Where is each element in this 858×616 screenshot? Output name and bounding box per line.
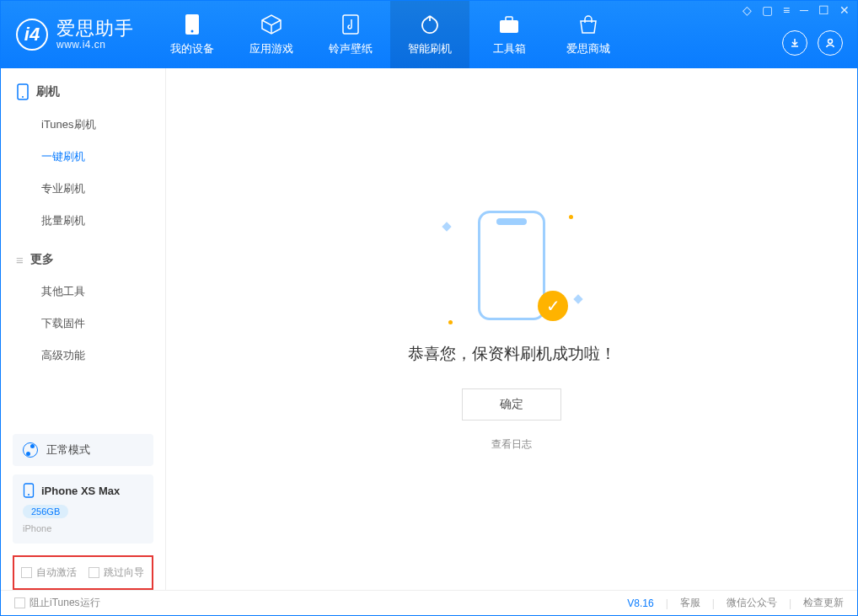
label: 跳过向导 <box>104 565 144 580</box>
device-capacity: 256GB <box>23 505 68 518</box>
device-type: iPhone <box>23 523 143 533</box>
sidebar-item-oneclick-flash[interactable]: 一键刷机 <box>1 141 165 173</box>
svg-rect-2 <box>343 15 358 34</box>
success-illustration: ✓ <box>457 206 566 324</box>
sidebar-item-itunes-flash[interactable]: iTunes刷机 <box>1 109 165 141</box>
nav-label: 我的设备 <box>170 41 214 56</box>
statusbar-right: V8.16 | 客服 | 微信公众号 | 检查更新 <box>627 596 844 610</box>
toolbox-icon <box>497 13 521 36</box>
maximize-icon[interactable]: ☐ <box>818 3 829 17</box>
device-mode-card[interactable]: 正常模式 <box>13 434 153 466</box>
mode-icon <box>23 442 38 458</box>
main-content: ✓ 恭喜您，保资料刷机成功啦！ 确定 查看日志 <box>166 68 857 590</box>
feedback-icon[interactable]: ▢ <box>762 3 773 17</box>
highlighted-options-row: 自动激活 跳过向导 <box>13 555 153 590</box>
sidebar-group-header: 刷机 <box>1 83 165 109</box>
phone-outline-icon <box>478 211 545 320</box>
body-area: 刷机 iTunes刷机 一键刷机 专业刷机 批量刷机 ≡ 更多 其他工具 下载固… <box>1 68 857 590</box>
group-title: 更多 <box>30 252 54 267</box>
nav-label: 智能刷机 <box>408 41 452 56</box>
label: 自动激活 <box>36 565 77 580</box>
list-icon: ≡ <box>16 253 24 267</box>
status-bar: 阻止iTunes运行 V8.16 | 客服 | 微信公众号 | 检查更新 <box>1 590 857 615</box>
user-button[interactable] <box>818 30 843 56</box>
menu-icon[interactable]: ≡ <box>783 3 790 17</box>
app-url: www.i4.cn <box>56 40 134 51</box>
nav-label: 应用游戏 <box>249 41 293 56</box>
nav-ringtones-wallpapers[interactable]: 铃声壁纸 <box>311 1 390 68</box>
sidebar-item-advanced[interactable]: 高级功能 <box>1 340 165 372</box>
sidebar-item-download-firmware[interactable]: 下载固件 <box>1 308 165 340</box>
sidebar: 刷机 iTunes刷机 一键刷机 专业刷机 批量刷机 ≡ 更多 其他工具 下载固… <box>1 68 166 590</box>
dot-icon <box>569 215 573 219</box>
app-name: 爱思助手 <box>56 19 134 39</box>
theme-icon[interactable]: ◇ <box>743 3 752 17</box>
version-label: V8.16 <box>627 597 653 609</box>
nav-label: 铃声壁纸 <box>329 41 373 56</box>
download-button[interactable] <box>782 30 807 56</box>
sidebar-group-more: ≡ 更多 其他工具 下载固件 高级功能 <box>1 237 165 372</box>
store-icon <box>576 13 600 36</box>
device-icon <box>180 13 204 36</box>
window-controls: ◇ ▢ ≡ ─ ☐ ✕ <box>743 3 850 17</box>
device-name-row: iPhone XS Max <box>23 483 143 498</box>
ok-button[interactable]: 确定 <box>462 388 561 420</box>
sidebar-item-pro-flash[interactable]: 专业刷机 <box>1 173 165 205</box>
label: 阻止iTunes运行 <box>29 596 100 610</box>
link-support[interactable]: 客服 <box>680 596 700 610</box>
header-buttons <box>782 30 843 56</box>
nav-my-device[interactable]: 我的设备 <box>153 1 232 68</box>
sidebar-item-batch-flash[interactable]: 批量刷机 <box>1 205 165 237</box>
svg-point-5 <box>829 40 833 44</box>
checkbox-icon <box>14 597 25 608</box>
device-mode-label: 正常模式 <box>46 442 90 458</box>
checkbox-skip-guide[interactable]: 跳过向导 <box>88 565 144 580</box>
nav-label: 爱思商城 <box>566 41 610 56</box>
minimize-icon[interactable]: ─ <box>800 3 808 17</box>
sidebar-bottom: 正常模式 iPhone XS Max 256GB iPhone 自动激活 跳过向… <box>1 434 165 590</box>
nav-apps-games[interactable]: 应用游戏 <box>232 1 311 68</box>
svg-point-9 <box>28 494 29 495</box>
phone-icon <box>16 83 29 100</box>
device-name: iPhone XS Max <box>41 485 120 497</box>
nav-toolbox[interactable]: 工具箱 <box>469 1 549 68</box>
close-icon[interactable]: ✕ <box>839 3 850 17</box>
success-message: 恭喜您，保资料刷机成功啦！ <box>408 343 616 365</box>
checkbox-icon <box>21 567 32 578</box>
checkbox-auto-activate[interactable]: 自动激活 <box>21 565 77 580</box>
phone-icon <box>23 483 35 498</box>
sidebar-group-header: ≡ 更多 <box>1 252 165 276</box>
sidebar-item-other-tools[interactable]: 其他工具 <box>1 276 165 308</box>
device-info-card[interactable]: iPhone XS Max 256GB iPhone <box>13 474 153 544</box>
logo-area: i4 爱思助手 www.i4.cn <box>1 1 153 68</box>
app-title: 爱思助手 www.i4.cn <box>56 19 134 50</box>
nav-smart-flash[interactable]: 智能刷机 <box>390 1 469 68</box>
checkbox-icon <box>88 567 99 578</box>
spark-icon <box>573 294 582 303</box>
app-header: i4 爱思助手 www.i4.cn 我的设备 应用游戏 铃声壁纸 智能刷机 工具… <box>1 1 857 68</box>
nav-store[interactable]: 爱思商城 <box>549 1 628 68</box>
group-title: 刷机 <box>36 84 60 99</box>
svg-point-1 <box>191 30 194 33</box>
sidebar-group-flash: 刷机 iTunes刷机 一键刷机 专业刷机 批量刷机 <box>1 68 165 237</box>
link-check-update[interactable]: 检查更新 <box>803 596 844 610</box>
dot-icon <box>448 320 453 324</box>
app-logo-icon: i4 <box>16 19 48 51</box>
check-badge-icon: ✓ <box>538 291 568 321</box>
view-log-link[interactable]: 查看日志 <box>491 437 532 452</box>
ringtone-icon <box>339 13 362 36</box>
apps-icon <box>260 13 283 36</box>
checkbox-block-itunes[interactable]: 阻止iTunes运行 <box>14 596 100 610</box>
spark-icon <box>442 222 451 231</box>
flash-icon <box>418 13 442 36</box>
nav-label: 工具箱 <box>493 41 526 56</box>
svg-point-7 <box>22 96 24 98</box>
link-wechat[interactable]: 微信公众号 <box>727 596 777 610</box>
